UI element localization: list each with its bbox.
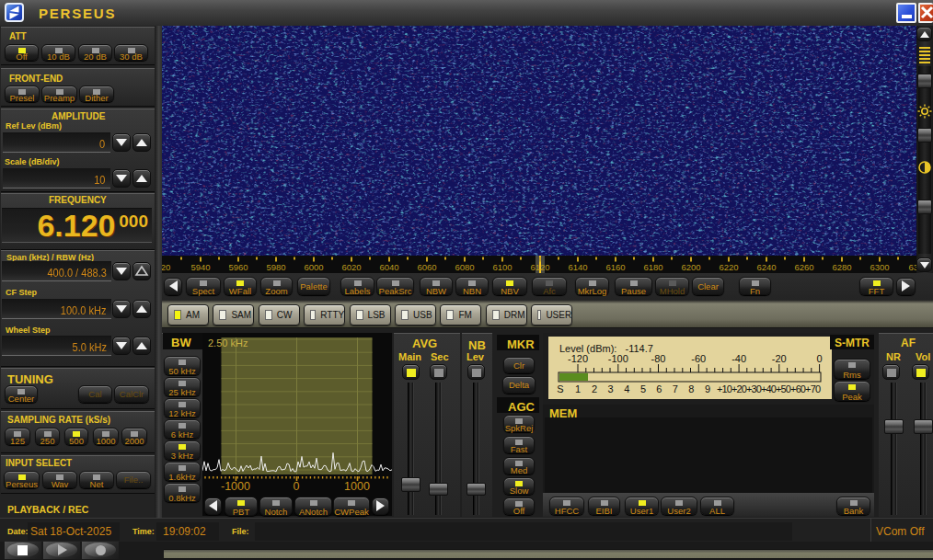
svg-text:-40: -40 [731, 353, 746, 364]
svg-text:6320: 6320 [908, 262, 916, 272]
svg-text:6300: 6300 [870, 262, 889, 272]
svg-text:1000: 1000 [344, 480, 370, 493]
svg-text:6260: 6260 [794, 262, 813, 272]
svg-text:6240: 6240 [756, 262, 776, 272]
svg-text:1: 1 [575, 383, 581, 394]
svg-text:6040: 6040 [379, 262, 398, 272]
svg-text:2: 2 [592, 383, 597, 394]
svg-text:6100: 6100 [492, 262, 512, 272]
svg-text:-1000: -1000 [221, 480, 250, 493]
svg-text:7: 7 [673, 383, 678, 394]
svg-text:6280: 6280 [832, 262, 851, 272]
svg-text:2.50 kHz: 2.50 kHz [208, 337, 248, 349]
svg-text:4: 4 [624, 383, 629, 394]
svg-text:0: 0 [294, 480, 300, 493]
svg-text:5980: 5980 [266, 262, 285, 272]
svg-text:-120: -120 [568, 353, 588, 364]
svg-text:6120: 6120 [530, 262, 549, 272]
svg-text:-20: -20 [772, 353, 787, 364]
svg-text:6160: 6160 [605, 262, 625, 272]
svg-text:0: 0 [817, 353, 823, 364]
svg-text:6000: 6000 [304, 262, 323, 272]
svg-text:6020: 6020 [341, 262, 361, 272]
svg-text:-100: -100 [608, 353, 628, 364]
svg-text:9: 9 [705, 383, 710, 394]
svg-text:5940: 5940 [190, 262, 210, 272]
svg-text:6180: 6180 [643, 262, 662, 272]
svg-text:+10+20+30+40+50+60+70: +10+20+30+40+50+60+70 [717, 383, 821, 394]
svg-text:-80: -80 [651, 353, 666, 364]
svg-text:6140: 6140 [568, 262, 587, 272]
svg-text:3: 3 [608, 383, 614, 394]
svg-text:6080: 6080 [455, 262, 474, 272]
svg-text:6220: 6220 [719, 262, 738, 272]
svg-text:20: 20 [162, 262, 170, 272]
svg-text:-60: -60 [691, 353, 706, 364]
svg-text:5: 5 [640, 383, 646, 394]
svg-text:6: 6 [656, 383, 662, 394]
svg-text:6200: 6200 [681, 262, 700, 272]
svg-text:8: 8 [688, 383, 694, 394]
svg-text:S: S [557, 383, 563, 394]
svg-text:6060: 6060 [417, 262, 436, 272]
svg-text:5960: 5960 [228, 262, 248, 272]
